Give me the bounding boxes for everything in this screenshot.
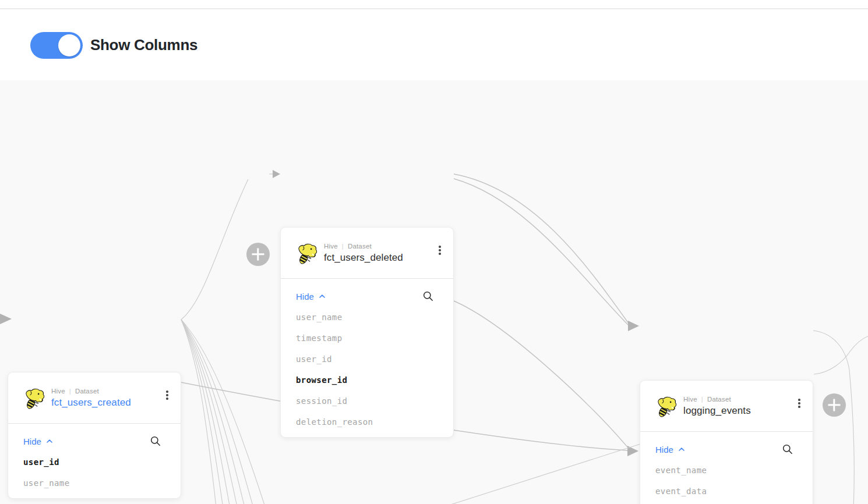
show-columns-label: Show Columns bbox=[90, 36, 197, 54]
hive-logo-icon bbox=[296, 242, 318, 264]
hive-logo-icon bbox=[655, 395, 678, 417]
column-name: user_id bbox=[296, 354, 332, 364]
column-row[interactable]: timestamp bbox=[640, 502, 813, 504]
column-name: user_name bbox=[296, 313, 342, 322]
toolbar: Show Columns bbox=[0, 0, 868, 80]
column-row[interactable]: user_id bbox=[281, 349, 453, 370]
meta-separator: | bbox=[69, 388, 71, 395]
node-header: Hive | Dataset fct_users_created bbox=[8, 372, 181, 423]
column-row[interactable]: user_name bbox=[281, 307, 453, 328]
node-body: Hide event_name event_data timestamp bro… bbox=[640, 432, 813, 504]
column-row[interactable]: event_name bbox=[640, 460, 813, 481]
entity-type-label: Dataset bbox=[348, 243, 372, 250]
platform-label: Hive bbox=[683, 396, 697, 403]
column-name: timestamp bbox=[296, 333, 342, 343]
column-name: event_name bbox=[655, 466, 707, 475]
hide-columns-link[interactable]: Hide bbox=[23, 436, 53, 446]
node-title[interactable]: logging_events bbox=[683, 405, 751, 417]
hide-label: Hide bbox=[23, 436, 41, 446]
chevron-up-icon bbox=[46, 439, 53, 443]
node-body: Hide user_id user_name bbox=[8, 424, 181, 498]
lineage-canvas[interactable]: Hive | Dataset fct_users_created Hide us… bbox=[0, 80, 868, 504]
node-body: Hide user_name timestamp user_id browser… bbox=[281, 279, 453, 437]
chevron-up-icon bbox=[678, 447, 685, 452]
entity-type-label: Dataset bbox=[75, 388, 99, 395]
kebab-menu-icon[interactable] bbox=[433, 243, 446, 258]
platform-label: Hive bbox=[324, 243, 338, 250]
expand-upstream-button[interactable] bbox=[246, 243, 270, 266]
hide-label: Hide bbox=[296, 292, 314, 301]
column-row[interactable]: user_name bbox=[8, 473, 181, 494]
hive-logo-icon bbox=[23, 387, 45, 409]
dataset-node-fct-users-deleted[interactable]: Hive | Dataset fct_users_deleted Hide us… bbox=[280, 227, 454, 438]
column-row[interactable]: event_data bbox=[640, 481, 813, 502]
node-title-link[interactable]: fct_users_created bbox=[51, 397, 131, 409]
kebab-menu-icon[interactable] bbox=[161, 388, 174, 403]
column-name: session_id bbox=[296, 396, 347, 406]
hide-columns-link[interactable]: Hide bbox=[655, 445, 685, 455]
column-name: browser_id bbox=[296, 375, 347, 385]
column-row[interactable]: browser_id bbox=[281, 370, 453, 391]
hide-columns-link[interactable]: Hide bbox=[296, 292, 326, 301]
column-name: deletion_reason bbox=[296, 417, 373, 427]
search-icon[interactable] bbox=[149, 435, 162, 448]
top-divider bbox=[0, 8, 868, 9]
toggle-knob bbox=[58, 34, 80, 56]
dataset-node-fct-users-created[interactable]: Hive | Dataset fct_users_created Hide us… bbox=[8, 372, 181, 499]
platform-label: Hive bbox=[51, 388, 65, 395]
search-icon[interactable] bbox=[422, 290, 435, 303]
show-columns-toggle[interactable] bbox=[30, 32, 83, 59]
node-header: Hive | Dataset fct_users_deleted bbox=[281, 228, 453, 278]
column-name: user_name bbox=[23, 478, 69, 488]
column-row[interactable]: session_id bbox=[281, 391, 453, 411]
node-header: Hive | Dataset logging_events bbox=[640, 381, 813, 431]
dataset-node-logging-events[interactable]: Hive | Dataset logging_events Hide event… bbox=[640, 380, 813, 504]
column-name: event_data bbox=[655, 487, 707, 496]
chevron-up-icon bbox=[319, 294, 326, 299]
kebab-menu-icon[interactable] bbox=[793, 396, 806, 411]
expand-downstream-button[interactable] bbox=[823, 393, 846, 417]
meta-separator: | bbox=[701, 396, 703, 403]
entity-type-label: Dataset bbox=[707, 396, 731, 403]
column-row[interactable]: timestamp bbox=[281, 328, 453, 349]
column-row[interactable]: user_id bbox=[8, 452, 181, 473]
hide-label: Hide bbox=[655, 445, 673, 455]
search-icon[interactable] bbox=[781, 443, 794, 456]
column-row[interactable]: deletion_reason bbox=[281, 411, 453, 432]
node-title[interactable]: fct_users_deleted bbox=[324, 252, 403, 264]
meta-separator: | bbox=[342, 243, 344, 250]
column-name: user_id bbox=[23, 457, 59, 467]
